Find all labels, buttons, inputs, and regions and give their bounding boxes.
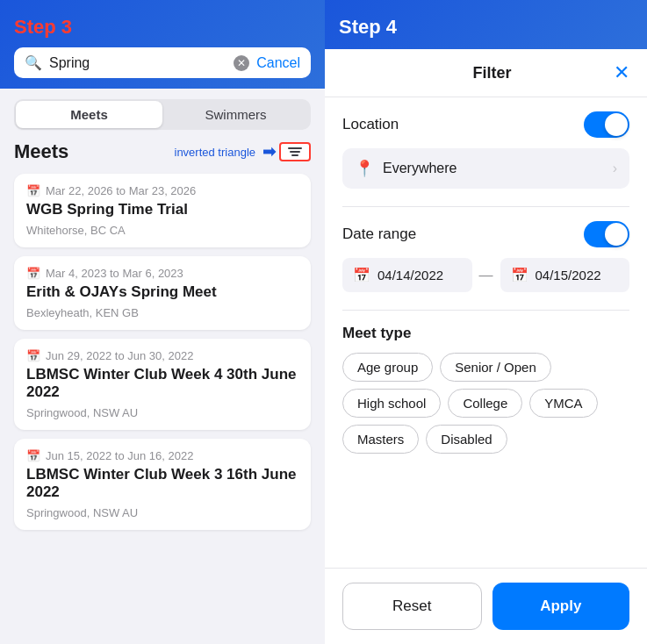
meet-location: Bexleyheath, KEN GB bbox=[26, 306, 298, 319]
meet-card[interactable]: 📅 Mar 22, 2026 to Mar 23, 2026 WGB Sprin… bbox=[14, 174, 311, 247]
meet-location: Whitehorse, BC CA bbox=[26, 224, 298, 237]
meet-date: 📅 Jun 29, 2022 to Jun 30, 2022 bbox=[26, 349, 298, 362]
meet-type-section: Meet type Age group Senior / Open High s… bbox=[342, 325, 629, 454]
date-range-label: Date range bbox=[342, 225, 416, 243]
arrow-right-icon: ➡ bbox=[262, 142, 276, 161]
calendar-icon: 📅 bbox=[26, 184, 40, 197]
calendar-from-icon: 📅 bbox=[353, 267, 370, 283]
location-row: Location bbox=[342, 111, 629, 138]
date-range-toggle[interactable] bbox=[584, 221, 629, 247]
calendar-icon: 📅 bbox=[26, 349, 40, 362]
cancel-button[interactable]: Cancel bbox=[256, 55, 300, 71]
date-from-field[interactable]: 📅 04/14/2022 bbox=[342, 258, 472, 292]
right-panel: Step 4 Filter ✕ Location 📍 Everywhere › … bbox=[325, 0, 647, 644]
calendar-icon: 📅 bbox=[26, 267, 40, 280]
date-to-value: 04/15/2022 bbox=[536, 268, 601, 283]
step4-title: Step 4 bbox=[339, 16, 633, 39]
meets-section: Meets inverted triangle ➡ 📅 Mar 22, 2026… bbox=[0, 140, 325, 644]
chevron-right-icon: › bbox=[613, 161, 617, 176]
close-filter-button[interactable]: ✕ bbox=[614, 61, 629, 84]
divider bbox=[342, 206, 629, 207]
tabs-bar: Meets Swimmers bbox=[14, 99, 311, 130]
meet-card[interactable]: 📅 Jun 29, 2022 to Jun 30, 2022 LBMSC Win… bbox=[14, 339, 311, 430]
left-panel: Step 3 🔍 ✕ Cancel Meets Swimmers Meets i… bbox=[0, 0, 325, 644]
location-value: Everywhere bbox=[383, 161, 604, 176]
tag-senior-open[interactable]: Senior / Open bbox=[440, 353, 551, 382]
tag-high-school[interactable]: High school bbox=[342, 389, 441, 418]
divider-2 bbox=[342, 310, 629, 311]
date-range-inputs: 📅 04/14/2022 — 📅 04/15/2022 bbox=[342, 258, 629, 292]
tag-age-group[interactable]: Age group bbox=[342, 353, 433, 382]
filter-line-3 bbox=[291, 154, 298, 156]
filter-panel: Filter ✕ Location 📍 Everywhere › Date ra… bbox=[325, 49, 647, 644]
location-selector[interactable]: 📍 Everywhere › bbox=[342, 148, 629, 189]
meet-type-title: Meet type bbox=[342, 325, 629, 342]
tab-meets[interactable]: Meets bbox=[16, 101, 162, 128]
filter-icon bbox=[288, 147, 302, 156]
filter-line-2 bbox=[290, 151, 300, 153]
meet-type-tags: Age group Senior / Open High school Coll… bbox=[342, 353, 629, 454]
step3-header: Step 3 🔍 ✕ Cancel bbox=[0, 0, 325, 89]
meets-header: Meets inverted triangle ➡ bbox=[14, 140, 311, 163]
step4-header: Step 4 bbox=[325, 0, 647, 49]
meet-card[interactable]: 📅 Mar 4, 2023 to Mar 6, 2023 Erith & OJA… bbox=[14, 256, 311, 330]
reset-button[interactable]: Reset bbox=[342, 583, 482, 630]
tag-ymca[interactable]: YMCA bbox=[529, 389, 597, 418]
search-bar: 🔍 ✕ Cancel bbox=[14, 47, 311, 78]
meet-name: Erith & OJAYs Spring Meet bbox=[26, 283, 298, 301]
meet-date: 📅 Mar 4, 2023 to Mar 6, 2023 bbox=[26, 267, 298, 280]
filter-line-1 bbox=[288, 147, 302, 149]
meet-card[interactable]: 📅 Jun 15, 2022 to Jun 16, 2022 LBMSC Win… bbox=[14, 439, 311, 530]
date-to-field[interactable]: 📅 04/15/2022 bbox=[500, 258, 630, 292]
filter-button[interactable] bbox=[279, 142, 311, 161]
location-toggle[interactable] bbox=[584, 111, 629, 138]
meet-location: Springwood, NSW AU bbox=[26, 406, 298, 419]
search-input[interactable] bbox=[49, 55, 226, 71]
meets-title: Meets bbox=[14, 140, 68, 163]
tab-swimmers[interactable]: Swimmers bbox=[162, 101, 309, 128]
meet-location: Springwood, NSW AU bbox=[26, 506, 298, 519]
search-icon: 🔍 bbox=[25, 54, 42, 71]
date-dash: — bbox=[479, 268, 493, 283]
tag-masters[interactable]: Masters bbox=[342, 425, 419, 454]
location-pin-icon: 📍 bbox=[355, 159, 374, 178]
meet-date: 📅 Mar 22, 2026 to Mar 23, 2026 bbox=[26, 184, 298, 197]
clear-search-button[interactable]: ✕ bbox=[234, 55, 249, 71]
filter-actions: Reset Apply bbox=[325, 568, 647, 644]
filter-panel-title: Filter bbox=[370, 64, 614, 82]
filter-label: inverted triangle bbox=[175, 146, 256, 159]
step3-title: Step 3 bbox=[14, 16, 311, 39]
date-range-row-header: Date range bbox=[342, 221, 629, 247]
filter-top-bar: Filter ✕ bbox=[325, 49, 647, 97]
calendar-to-icon: 📅 bbox=[511, 267, 528, 283]
date-from-value: 04/14/2022 bbox=[377, 268, 443, 283]
apply-button[interactable]: Apply bbox=[492, 583, 630, 630]
meet-date: 📅 Jun 15, 2022 to Jun 16, 2022 bbox=[26, 449, 298, 462]
location-label: Location bbox=[342, 116, 399, 133]
filter-body: Location 📍 Everywhere › Date range 📅 04/… bbox=[325, 97, 647, 568]
tag-disabled[interactable]: Disabled bbox=[426, 425, 507, 454]
meet-name: LBMSC Winter Club Week 3 16th June 2022 bbox=[26, 466, 298, 501]
calendar-icon: 📅 bbox=[26, 449, 40, 462]
tag-college[interactable]: College bbox=[448, 389, 522, 418]
filter-arrow-indicator: inverted triangle ➡ bbox=[175, 142, 312, 161]
meet-name: WGB Spring Time Trial bbox=[26, 201, 298, 218]
meet-name: LBMSC Winter Club Week 4 30th June 2022 bbox=[26, 366, 298, 401]
